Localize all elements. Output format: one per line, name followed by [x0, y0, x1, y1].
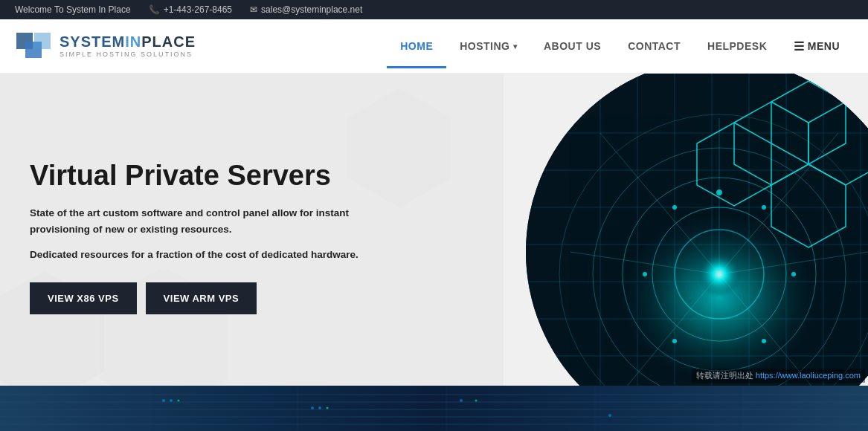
nav-about-label: ABOUT US [544, 40, 601, 52]
svg-point-62 [170, 399, 173, 402]
svg-point-65 [460, 399, 463, 402]
hero-image [504, 74, 868, 386]
email-icon: ✉ [250, 4, 257, 15]
main-nav: HOME HOSTING ▾ ABOUT US CONTACT HELPDESK… [387, 32, 853, 61]
svg-point-66 [608, 414, 611, 417]
svg-point-63 [311, 406, 314, 409]
top-bar: Welcome To System In Place 📞 +1-443-267-… [0, 0, 868, 19]
hero-section: Virtual Private Servers State of the art… [0, 74, 868, 386]
svg-point-68 [327, 407, 329, 409]
hero-buttons: VIEW X86 VPS VIEW ARM VPS [30, 282, 474, 314]
tech-circle [526, 74, 868, 386]
phone-number: +1-443-267-8465 [164, 4, 232, 15]
svg-point-45 [762, 339, 766, 343]
nav-hosting[interactable]: HOSTING ▾ [446, 33, 530, 59]
nav-contact-label: CONTACT [628, 40, 681, 52]
hero-title: Virtual Private Servers [30, 160, 474, 192]
hex-decoration-2 [89, 256, 238, 386]
header: SYSTEMINPLACE SIMPLE HOSTING SOLUTIONS H… [0, 19, 868, 74]
svg-point-69 [475, 400, 478, 402]
svg-point-67 [178, 400, 180, 402]
svg-point-61 [162, 399, 165, 402]
logo-icon [15, 27, 54, 65]
nav-helpdesk-label: HELPDESK [707, 40, 767, 52]
nav-menu[interactable]: ☰ MENU [780, 32, 853, 61]
logo-title: SYSTEMINPLACE [60, 34, 196, 49]
svg-point-48 [791, 272, 796, 276]
phone-info: 📞 +1-443-267-8465 [149, 4, 232, 15]
watermark-text: 转载请注明出处 [696, 371, 753, 380]
menu-label: MENU [808, 40, 840, 52]
hex-decoration-3 [340, 81, 459, 218]
view-arm-button[interactable]: VIEW ARM VPS [146, 282, 257, 314]
svg-point-42 [672, 205, 677, 210]
logo[interactable]: SYSTEMINPLACE SIMPLE HOSTING SOLUTIONS [15, 27, 196, 65]
hamburger-icon: ☰ [794, 39, 805, 54]
phone-icon: 📞 [149, 4, 160, 15]
nav-hosting-label: HOSTING [460, 40, 509, 52]
view-x86-button[interactable]: VIEW X86 VPS [30, 282, 137, 314]
logo-text: SYSTEMINPLACE SIMPLE HOSTING SOLUTIONS [60, 34, 196, 58]
nav-helpdesk[interactable]: HELPDESK [694, 33, 780, 59]
hero-description-1: State of the art custom software and con… [30, 205, 387, 237]
nav-home[interactable]: HOME [387, 33, 446, 59]
server-rack-image [0, 386, 868, 431]
hero-description-2: Dedicated resources for a fraction of th… [30, 249, 387, 260]
nav-about[interactable]: ABOUT US [530, 33, 614, 59]
svg-point-43 [762, 205, 766, 210]
nav-contact[interactable]: CONTACT [614, 33, 694, 59]
nav-home-label: HOME [400, 40, 433, 52]
svg-point-47 [643, 272, 647, 276]
hero-content: Virtual Private Servers State of the art… [0, 74, 504, 386]
email-address: sales@systeminplace.net [261, 4, 362, 15]
svg-point-44 [672, 339, 677, 343]
logo-subtitle: SIMPLE HOSTING SOLUTIONS [60, 51, 196, 58]
svg-point-64 [318, 406, 321, 409]
bottom-strip [0, 386, 868, 431]
watermark: 转载请注明出处 https://www.laoliuceping.com [692, 369, 865, 383]
welcome-text: Welcome To System In Place [15, 4, 131, 15]
svg-rect-2 [34, 33, 51, 49]
watermark-link[interactable]: https://www.laoliuceping.com [756, 371, 861, 380]
logo-area[interactable]: SYSTEMINPLACE SIMPLE HOSTING SOLUTIONS [15, 27, 196, 65]
email-info: ✉ sales@systeminplace.net [250, 4, 362, 15]
svg-point-46 [716, 189, 722, 195]
chevron-down-icon: ▾ [513, 42, 518, 51]
